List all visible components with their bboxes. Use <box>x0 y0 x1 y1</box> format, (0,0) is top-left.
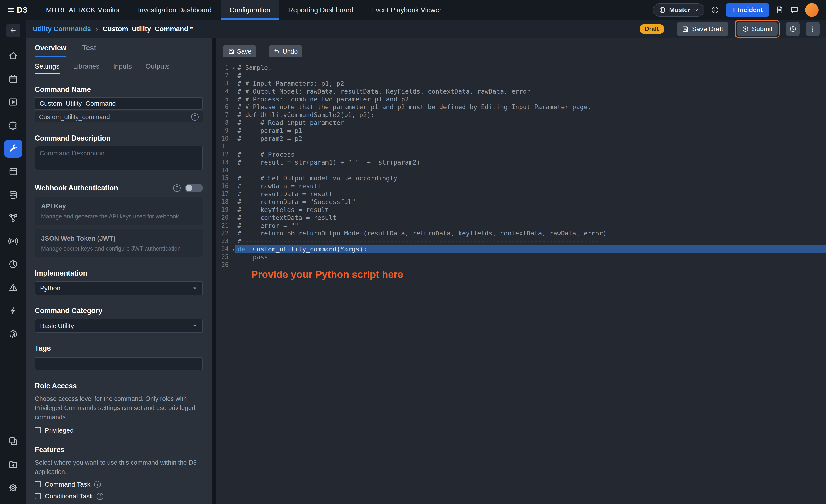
sidebar-item-identity[interactable] <box>0 322 26 345</box>
sidebar-item-apps[interactable] <box>0 160 26 183</box>
editor-save-button[interactable]: Save <box>223 45 256 58</box>
code-line[interactable]: 18# returnData = "Successful" <box>216 198 826 206</box>
integrations-puzzle-icon <box>8 120 18 130</box>
tags-input[interactable] <box>35 357 203 370</box>
command-category-select[interactable]: Basic Utility <box>35 319 203 333</box>
code-line[interactable]: 4# # Output Model: rawData, resultData, … <box>216 87 826 96</box>
sidebar-item-utility-commands[interactable] <box>0 137 26 160</box>
release-notes-button[interactable] <box>775 6 784 14</box>
code-line[interactable]: 8# # Read input parameter <box>216 119 826 127</box>
sidebar-item-windows[interactable] <box>0 430 26 453</box>
editor-toolbar: Save Undo <box>216 38 826 63</box>
code-line[interactable]: 15# # Set Output model value accordingly <box>216 174 826 182</box>
sidebar-item-settings[interactable] <box>0 476 26 499</box>
code-line[interactable]: 13# result = str(param1) + " " + str(par… <box>216 159 826 166</box>
code-line[interactable]: 7# def UtilityCommandSample2(p1, p2): <box>216 111 826 119</box>
fold-caret-icon[interactable]: ▾ <box>232 246 235 254</box>
feature-checkbox[interactable] <box>35 481 41 488</box>
sidebar-item-link-analysis[interactable] <box>0 206 26 230</box>
sidebar-item-playbooks[interactable] <box>0 90 26 114</box>
top-nav-item[interactable]: Reporting Dashboard <box>279 0 362 20</box>
sidebar-item-automation[interactable] <box>0 299 26 322</box>
top-nav-item-label: Investigation Dashboard <box>138 6 212 14</box>
site-selector[interactable]: Master <box>653 3 704 17</box>
sidebar-item-reports[interactable] <box>0 253 26 276</box>
sidebar-item-integrations[interactable] <box>0 114 26 137</box>
save-draft-button[interactable]: Save Draft <box>677 22 728 36</box>
code-line[interactable]: 17# resultData = result <box>216 190 826 198</box>
top-nav-item[interactable]: Event Playbook Viewer <box>362 0 451 20</box>
sidebar-item-calendar[interactable] <box>0 67 26 91</box>
back-arrow-icon <box>9 27 17 34</box>
submit-button[interactable]: Submit <box>736 22 778 36</box>
code-line[interactable]: 16# rawData = result <box>216 182 826 190</box>
code-line[interactable]: 25 pass <box>216 253 826 261</box>
jwt-card[interactable]: JSON Web Token (JWT) Manage secret keys … <box>35 229 203 257</box>
internal-name-value: Custom_utility_command <box>39 113 110 121</box>
line-number: 3 <box>216 79 236 87</box>
info-button[interactable] <box>711 6 719 14</box>
code-editor[interactable]: 1▾# Sample:2#---------------------------… <box>216 63 826 504</box>
panel-tab[interactable]: Overview <box>35 38 66 57</box>
implementation-select[interactable]: Python <box>35 281 203 295</box>
back-button[interactable] <box>6 24 20 38</box>
top-nav-item[interactable]: Configuration <box>221 0 279 20</box>
privileged-checkbox[interactable] <box>35 427 41 433</box>
code-line[interactable]: 5# # Process: combine two parameter p1 a… <box>216 96 826 103</box>
api-key-card[interactable]: API Key Manage and generate the API keys… <box>35 197 203 225</box>
code-line[interactable]: 3# # Input Parameters: p1, p2 <box>216 79 826 87</box>
more-options-button[interactable] <box>806 22 820 36</box>
help-icon[interactable]: ? <box>191 113 198 121</box>
line-number: 9 <box>216 127 236 135</box>
code-line[interactable]: 1▾# Sample: <box>216 64 826 72</box>
help-icon[interactable]: ? <box>173 184 181 192</box>
sidebar-item-alerts[interactable] <box>0 276 26 299</box>
line-number: 13 <box>216 159 236 166</box>
playbook-icon <box>8 97 18 107</box>
code-line[interactable]: 11 <box>216 143 826 150</box>
chat-button[interactable] <box>790 6 799 14</box>
d3-logo[interactable]: D3 <box>0 0 37 20</box>
panel-subtab[interactable]: Libraries <box>73 62 100 74</box>
fold-caret-icon[interactable]: ▾ <box>232 64 235 72</box>
breadcrumb-parent-link[interactable]: Utility Commands <box>33 25 91 33</box>
code-line[interactable]: 26 <box>216 261 826 269</box>
top-nav-item[interactable]: Investigation Dashboard <box>129 0 221 20</box>
code-line[interactable]: 23#-------------------------------------… <box>216 237 826 245</box>
command-description-input[interactable] <box>35 146 203 170</box>
code-text: # # Process <box>235 150 826 159</box>
sidebar-item-home[interactable] <box>0 44 26 67</box>
code-line[interactable]: 21# error = "" <box>216 222 826 230</box>
code-line[interactable]: 14 <box>216 166 826 174</box>
code-line[interactable]: 20# contextData = result <box>216 214 826 222</box>
header-actions: Draft Save Draft Submit <box>640 20 820 38</box>
user-avatar[interactable] <box>805 3 819 17</box>
code-line[interactable]: 6# # Please note that the parameter p1 a… <box>216 103 826 111</box>
editor-undo-button[interactable]: Undo <box>269 45 302 58</box>
top-nav-item[interactable]: MITRE ATT&CK Monitor <box>37 0 129 20</box>
panel-subtab[interactable]: Inputs <box>113 62 132 74</box>
code-line[interactable]: 10# param2 = p2 <box>216 135 826 143</box>
code-line[interactable]: 9# param1 = p1 <box>216 127 826 135</box>
sidebar-item-file-manager[interactable] <box>0 453 26 476</box>
home-icon <box>8 51 18 61</box>
panel-subtab[interactable]: Outputs <box>145 62 170 74</box>
code-line[interactable]: 24▾def Custom_utility_command(*args): <box>216 245 826 253</box>
info-icon[interactable]: i <box>94 481 101 488</box>
code-lines: 1▾# Sample:2#---------------------------… <box>216 64 826 269</box>
jwt-title: JSON Web Token (JWT) <box>41 235 196 242</box>
code-line[interactable]: 22# return pb.returnOutputModel(resultDa… <box>216 230 826 237</box>
info-icon[interactable]: i <box>97 493 103 500</box>
panel-subtab[interactable]: Settings <box>35 62 59 74</box>
sidebar-item-broadcast[interactable] <box>0 230 26 253</box>
code-line[interactable]: 12# # Process <box>216 150 826 159</box>
feature-checkbox[interactable] <box>35 493 41 499</box>
code-line[interactable]: 2#--------------------------------------… <box>216 72 826 79</box>
code-line[interactable]: 19# keyfields = result <box>216 206 826 214</box>
history-button[interactable] <box>786 22 800 36</box>
new-incident-button[interactable]: + Incident <box>726 3 769 17</box>
command-name-input[interactable] <box>35 97 203 110</box>
panel-tab[interactable]: Test <box>82 38 97 57</box>
webhook-auth-toggle[interactable] <box>185 184 203 192</box>
sidebar-item-data[interactable] <box>0 183 26 206</box>
